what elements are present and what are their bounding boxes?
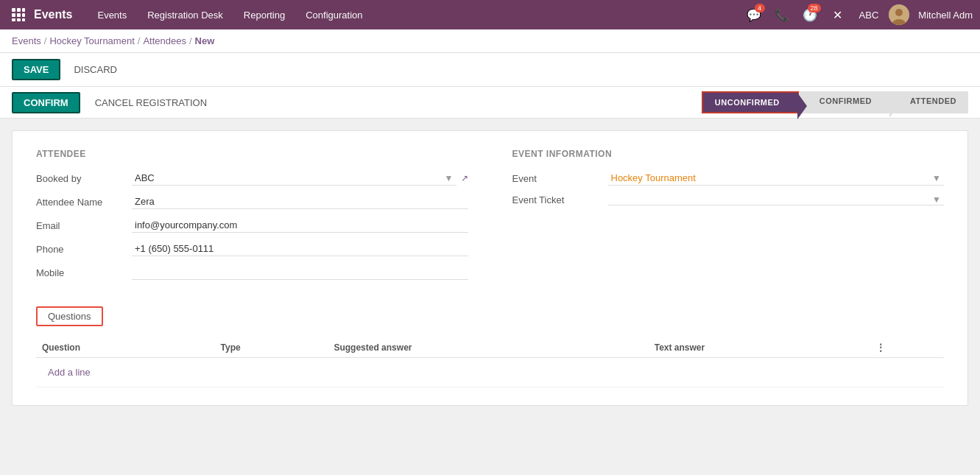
confirm-button[interactable]: CONFIRM bbox=[12, 92, 80, 113]
phone-row: Phone bbox=[36, 242, 468, 256]
attendee-name-row: Attendee Name bbox=[36, 194, 468, 209]
event-select[interactable]: Hockey Tournament ▼ bbox=[608, 171, 945, 186]
topbar-right: 💬 4 📞 🕐 28 ✕ ABC Mitchell Adm bbox=[743, 4, 973, 26]
clock-badge: 28 bbox=[808, 4, 821, 13]
save-button[interactable]: SAVE bbox=[12, 59, 60, 80]
app-name: Events bbox=[34, 8, 72, 21]
event-value: Hockey Tournament bbox=[608, 171, 933, 185]
attendee-section-title: Attendee bbox=[36, 149, 468, 159]
mobile-input[interactable] bbox=[132, 265, 468, 280]
user-name: Mitchell Adm bbox=[918, 10, 973, 21]
avatar[interactable] bbox=[889, 4, 909, 25]
phone-icon[interactable]: 📞 bbox=[771, 4, 793, 26]
phone-label: Phone bbox=[36, 244, 132, 255]
email-row: Email bbox=[36, 218, 468, 233]
phone-input[interactable] bbox=[132, 242, 468, 256]
event-ticket-dropdown-icon: ▼ bbox=[932, 194, 944, 205]
breadcrumb-events[interactable]: Events bbox=[12, 35, 41, 46]
col-menu-btn[interactable]: ⋮ bbox=[870, 338, 944, 358]
booked-by-dropdown-icon: ▼ bbox=[445, 173, 456, 183]
breadcrumb-new: New bbox=[195, 35, 215, 46]
nav-registration-desk[interactable]: Registration Desk bbox=[137, 0, 233, 29]
breadcrumb: Events / Hockey Tournament / Attendees /… bbox=[0, 29, 980, 53]
col-type: Type bbox=[215, 338, 328, 358]
breadcrumb-hockey-tournament[interactable]: Hockey Tournament bbox=[49, 35, 134, 46]
event-dropdown-icon: ▼ bbox=[932, 173, 944, 183]
mobile-row: Mobile bbox=[36, 265, 468, 280]
svg-rect-7 bbox=[17, 18, 21, 21]
clock-icon[interactable]: 🕐 28 bbox=[799, 4, 821, 26]
event-section-title: Event Information bbox=[512, 149, 945, 159]
svg-rect-2 bbox=[22, 8, 25, 12]
form-card: Attendee Booked by ABC ▼ ↗ Attendee Name bbox=[12, 130, 968, 406]
event-label: Event bbox=[512, 173, 608, 184]
cancel-registration-button[interactable]: CANCEL REGISTRATION bbox=[88, 94, 214, 112]
col-question: Question bbox=[36, 338, 215, 358]
svg-rect-0 bbox=[12, 8, 15, 12]
nav-events[interactable]: Events bbox=[87, 0, 137, 29]
attendee-name-label: Attendee Name bbox=[36, 197, 132, 208]
attendee-section: Attendee Booked by ABC ▼ ↗ Attendee Name bbox=[36, 149, 468, 289]
email-label: Email bbox=[36, 220, 132, 231]
event-ticket-select[interactable]: ▼ bbox=[608, 194, 945, 205]
form-sections: Attendee Booked by ABC ▼ ↗ Attendee Name bbox=[36, 149, 944, 289]
status-pipeline: UNCONFIRMED CONFIRMED ATTENDED bbox=[702, 91, 968, 113]
top-nav: Events Registration Desk Reporting Confi… bbox=[87, 0, 742, 29]
main-content: Attendee Booked by ABC ▼ ↗ Attendee Name bbox=[0, 119, 980, 418]
col-text-answer: Text answer bbox=[649, 338, 870, 358]
svg-rect-3 bbox=[12, 13, 15, 17]
svg-point-10 bbox=[895, 9, 903, 16]
questions-section: Questions Question Type Suggested answer… bbox=[36, 306, 944, 387]
event-ticket-label: Event Ticket bbox=[512, 194, 608, 205]
status-confirmed[interactable]: CONFIRMED bbox=[799, 91, 889, 113]
col-suggested-answer: Suggested answer bbox=[328, 338, 648, 358]
toolbar: SAVE DISCARD bbox=[0, 53, 980, 87]
nav-reporting[interactable]: Reporting bbox=[233, 0, 295, 29]
svg-rect-6 bbox=[12, 18, 15, 21]
chat-icon[interactable]: 💬 4 bbox=[743, 4, 765, 26]
booked-by-external-link-icon[interactable]: ↗ bbox=[461, 173, 468, 183]
topbar: Events Events Registration Desk Reportin… bbox=[0, 0, 980, 29]
booked-by-label: Booked by bbox=[36, 173, 132, 184]
status-attended[interactable]: ATTENDED bbox=[889, 91, 968, 113]
close-icon[interactable]: ✕ bbox=[827, 4, 849, 26]
nav-configuration[interactable]: Configuration bbox=[295, 0, 373, 29]
booked-by-value: ABC bbox=[132, 171, 445, 185]
company-label: ABC bbox=[859, 10, 879, 21]
svg-rect-5 bbox=[22, 13, 25, 17]
questions-table: Question Type Suggested answer Text answ… bbox=[36, 338, 944, 387]
booked-by-select[interactable]: ABC ▼ bbox=[132, 171, 456, 186]
add-line-row: Add a line bbox=[36, 358, 944, 387]
discard-button[interactable]: DISCARD bbox=[66, 60, 124, 79]
event-section: Event Information Event Hockey Tournamen… bbox=[512, 149, 945, 289]
event-ticket-value bbox=[608, 198, 933, 201]
event-row: Event Hockey Tournament ▼ bbox=[512, 171, 945, 186]
questions-tab[interactable]: Questions bbox=[36, 306, 103, 326]
breadcrumb-attendees[interactable]: Attendees bbox=[143, 35, 186, 46]
svg-rect-1 bbox=[17, 8, 21, 12]
attendee-name-input[interactable] bbox=[132, 194, 468, 209]
svg-rect-8 bbox=[22, 18, 25, 21]
svg-rect-4 bbox=[17, 13, 21, 17]
statusbar: CONFIRM CANCEL REGISTRATION UNCONFIRMED … bbox=[0, 87, 980, 119]
grid-icon[interactable] bbox=[7, 0, 29, 29]
event-ticket-row: Event Ticket ▼ bbox=[512, 194, 945, 205]
email-input[interactable] bbox=[132, 218, 468, 233]
mobile-label: Mobile bbox=[36, 267, 132, 278]
chat-badge: 4 bbox=[755, 4, 765, 13]
status-unconfirmed[interactable]: UNCONFIRMED bbox=[702, 91, 799, 113]
add-line-link[interactable]: Add a line bbox=[42, 362, 96, 382]
booked-by-row: Booked by ABC ▼ ↗ bbox=[36, 171, 468, 186]
